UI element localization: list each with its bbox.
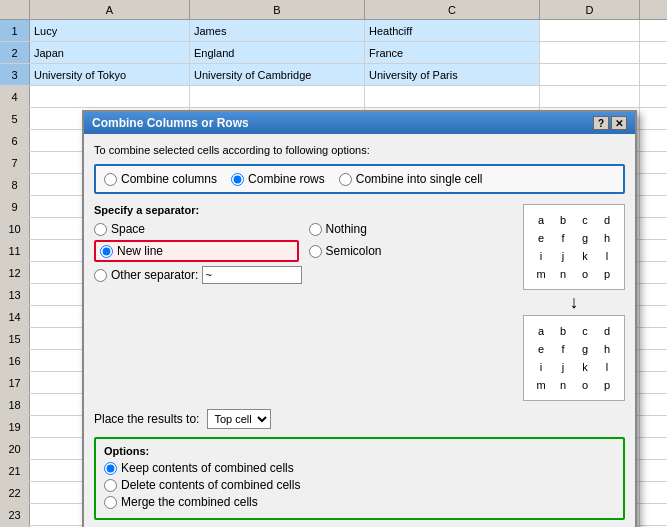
cell: j (552, 358, 574, 376)
cell-d2[interactable] (540, 42, 640, 63)
cell: p (596, 265, 618, 283)
other-sep-label: Other separator: (111, 268, 198, 282)
merge-cells-label: Merge the combined cells (121, 495, 258, 509)
cell: l (596, 358, 618, 376)
cell: o (574, 376, 596, 394)
combine-single-radio[interactable] (339, 173, 352, 186)
row-num: 3 (0, 64, 30, 85)
cell: a (530, 322, 552, 340)
cell-d3[interactable] (540, 64, 640, 85)
delete-contents-radio[interactable] (104, 479, 117, 492)
options-title: Options: (104, 445, 615, 457)
cell: j (552, 247, 574, 265)
combine-options-group: Combine columns Combine rows Combine int… (94, 164, 625, 194)
cell: g (574, 229, 596, 247)
preview-section: a b c d e f g h i j (523, 204, 625, 401)
cell: p (596, 376, 618, 394)
cell: l (596, 247, 618, 265)
keep-contents-option[interactable]: Keep contents of combined cells (104, 461, 615, 475)
cell-d1[interactable] (540, 20, 640, 41)
keep-contents-radio[interactable] (104, 462, 117, 475)
other-sep-input[interactable] (202, 266, 302, 284)
table-row: m n o p (530, 265, 618, 283)
table-row: m n o p (530, 376, 618, 394)
cell-a1[interactable]: Lucy (30, 20, 190, 41)
table-row: 4 (0, 86, 667, 108)
semicolon-radio[interactable] (309, 245, 322, 258)
place-results-label: Place the results to: (94, 412, 199, 426)
cell: i (530, 247, 552, 265)
close-button[interactable]: ✕ (611, 116, 627, 130)
nothing-radio[interactable] (309, 223, 322, 236)
dialog-body: To combine selected cells according to f… (84, 134, 635, 527)
merge-cells-option[interactable]: Merge the combined cells (104, 495, 615, 509)
cell-c3[interactable]: University of Paris (365, 64, 540, 85)
cell: c (574, 322, 596, 340)
other-sep-radio[interactable] (94, 269, 107, 282)
place-results-select[interactable]: Top cell (207, 409, 271, 429)
cell: d (596, 322, 618, 340)
combine-single-option[interactable]: Combine into single cell (339, 172, 483, 186)
space-option[interactable]: Space (94, 222, 299, 236)
cell-b2[interactable]: England (190, 42, 365, 63)
cell-b3[interactable]: University of Cambridge (190, 64, 365, 85)
semicolon-label: Semicolon (326, 244, 382, 258)
space-radio[interactable] (94, 223, 107, 236)
dialog-titlebar: Combine Columns or Rows ? ✕ (84, 112, 635, 134)
table-row: e f g h (530, 229, 618, 247)
cell-c1[interactable]: Heathciff (365, 20, 540, 41)
delete-contents-option[interactable]: Delete contents of combined cells (104, 478, 615, 492)
col-header-a: A (30, 0, 190, 19)
keep-contents-label: Keep contents of combined cells (121, 461, 294, 475)
combine-columns-option[interactable]: Combine columns (104, 172, 217, 186)
col-header-c: C (365, 0, 540, 19)
cell-c2[interactable]: France (365, 42, 540, 63)
other-separator-row: Other separator: (94, 266, 513, 284)
preview-bottom-table: a b c d e f g h i j (530, 322, 618, 394)
combine-columns-radio[interactable] (104, 173, 117, 186)
cell: m (530, 265, 552, 283)
place-results-row: Place the results to: Top cell (94, 409, 625, 429)
row-num: 1 (0, 20, 30, 41)
table-row: i j k l (530, 247, 618, 265)
help-button[interactable]: ? (593, 116, 609, 130)
separator-label: Specify a separator: (94, 204, 513, 216)
combine-rows-option[interactable]: Combine rows (231, 172, 325, 186)
cell: e (530, 229, 552, 247)
preview-arrow: ↓ (570, 290, 579, 315)
col-header-b: B (190, 0, 365, 19)
cell: m (530, 376, 552, 394)
row-num: 2 (0, 42, 30, 63)
merge-cells-radio[interactable] (104, 496, 117, 509)
newline-option[interactable]: New line (94, 240, 299, 262)
preview-bottom-grid: a b c d e f g h i j (523, 315, 625, 401)
cell: h (596, 340, 618, 358)
cell: o (574, 265, 596, 283)
cell: f (552, 229, 574, 247)
combine-single-label: Combine into single cell (356, 172, 483, 186)
cell: h (596, 229, 618, 247)
column-headers: A B C D (0, 0, 667, 20)
cell-b1[interactable]: James (190, 20, 365, 41)
table-row: i j k l (530, 358, 618, 376)
table-row: 3 University of Tokyo University of Camb… (0, 64, 667, 86)
separator-options: Space Nothing New line Semicolon (94, 222, 513, 262)
combine-columns-label: Combine columns (121, 172, 217, 186)
newline-label: New line (117, 244, 163, 258)
combine-rows-radio[interactable] (231, 173, 244, 186)
cell-a3[interactable]: University of Tokyo (30, 64, 190, 85)
cell: a (530, 211, 552, 229)
cell: b (552, 322, 574, 340)
dialog-title: Combine Columns or Rows (92, 116, 249, 130)
newline-radio[interactable] (100, 245, 113, 258)
dialog: Combine Columns or Rows ? ✕ To combine s… (82, 110, 637, 527)
cell: g (574, 340, 596, 358)
nothing-option[interactable]: Nothing (309, 222, 514, 236)
separator-section: Specify a separator: Space Nothing New l… (94, 204, 513, 401)
options-box: Options: Keep contents of combined cells… (94, 437, 625, 520)
semicolon-option[interactable]: Semicolon (309, 240, 514, 262)
cell: f (552, 340, 574, 358)
preview-top-table: a b c d e f g h i j (530, 211, 618, 283)
cell-a2[interactable]: Japan (30, 42, 190, 63)
cell: k (574, 358, 596, 376)
